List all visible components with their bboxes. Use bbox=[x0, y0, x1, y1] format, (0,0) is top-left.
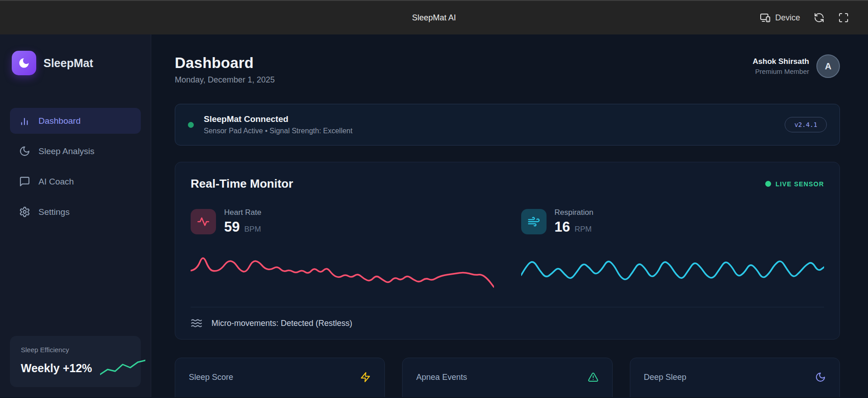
respiration-panel: Respiration 16 RPM bbox=[521, 208, 825, 297]
connection-subtitle: Sensor Pad Active • Signal Strength: Exc… bbox=[204, 127, 352, 135]
sidebar-nav: Dashboard Sleep Analysis AI Coach Se bbox=[10, 108, 141, 225]
sidebar-item-label: Dashboard bbox=[38, 116, 81, 126]
brand-logo bbox=[12, 51, 36, 75]
respiration-label: Respiration bbox=[555, 208, 594, 217]
page-title: Dashboard bbox=[175, 54, 275, 72]
zap-icon bbox=[360, 372, 371, 383]
chat-bubble-icon bbox=[19, 176, 30, 187]
moon-icon bbox=[18, 57, 30, 69]
monitor-title: Real-Time Monitor bbox=[191, 177, 293, 191]
fullscreen-icon[interactable] bbox=[838, 12, 849, 23]
live-sensor-badge: LIVE SENSOR bbox=[765, 180, 824, 188]
avatar-initial: A bbox=[825, 61, 831, 72]
sidebar-item-dashboard[interactable]: Dashboard bbox=[10, 108, 141, 134]
brand: SleepMat bbox=[10, 51, 141, 75]
page-header: Dashboard Monday, December 1, 2025 Ashok… bbox=[175, 54, 840, 85]
heart-rate-panel: Heart Rate 59 BPM bbox=[191, 208, 494, 297]
sidebar-item-sleep-analysis[interactable]: Sleep Analysis bbox=[10, 138, 141, 164]
sidebar: SleepMat Dashboard Sleep Analysis AI Coa… bbox=[0, 34, 151, 397]
version-badge: v2.4.1 bbox=[785, 117, 827, 132]
status-dot bbox=[188, 122, 194, 128]
sidebar-item-ai-coach[interactable]: AI Coach bbox=[10, 169, 141, 194]
user-box: Ashok Shirsath Premium Member A bbox=[753, 54, 840, 78]
avatar[interactable]: A bbox=[816, 54, 840, 78]
heart-rate-value: 59 bbox=[224, 219, 240, 235]
wind-icon bbox=[528, 215, 540, 228]
respiration-tile bbox=[521, 209, 547, 234]
sidebar-item-settings[interactable]: Settings bbox=[10, 199, 141, 225]
heart-rate-label: Heart Rate bbox=[224, 208, 261, 217]
respiration-waveform bbox=[521, 247, 825, 297]
heart-rate-unit: BPM bbox=[244, 225, 261, 234]
realtime-monitor-card: Real-Time Monitor LIVE SENSOR bbox=[175, 162, 840, 340]
connection-banner: SleepMat Connected Sensor Pad Active • S… bbox=[175, 104, 840, 146]
heart-rate-tile bbox=[191, 209, 216, 234]
alert-triangle-icon bbox=[588, 372, 599, 383]
sleep-score-label: Sleep Score bbox=[189, 373, 233, 382]
micro-movements-row: Micro-movements: Detected (Restless) bbox=[191, 307, 824, 329]
moon-icon bbox=[19, 146, 30, 157]
heart-rate-waveform bbox=[191, 247, 494, 297]
device-icon bbox=[760, 12, 771, 23]
bar-chart-icon bbox=[19, 115, 30, 126]
pulse-icon bbox=[197, 215, 210, 228]
sleep-efficiency-value: Weekly +12% bbox=[21, 362, 92, 375]
gear-icon bbox=[19, 206, 30, 218]
sleep-efficiency-label: Sleep Efficiency bbox=[21, 346, 130, 354]
efficiency-sparkline bbox=[100, 359, 145, 377]
connection-title: SleepMat Connected bbox=[204, 114, 352, 124]
deep-sleep-card[interactable]: Deep Sleep bbox=[630, 358, 840, 397]
refresh-icon[interactable] bbox=[814, 12, 825, 23]
sidebar-item-label: Sleep Analysis bbox=[38, 146, 95, 156]
sidebar-item-label: Settings bbox=[38, 207, 70, 217]
summary-cards: Sleep Score Apnea Events Deep Sle bbox=[175, 358, 840, 397]
waves-icon bbox=[191, 317, 202, 329]
sidebar-item-label: AI Coach bbox=[38, 177, 74, 187]
top-bar: SleepMat AI Device bbox=[0, 0, 868, 34]
page-date: Monday, December 1, 2025 bbox=[175, 75, 275, 85]
device-label: Device bbox=[775, 13, 800, 23]
brand-name: SleepMat bbox=[43, 57, 93, 70]
respiration-unit: RPM bbox=[575, 225, 592, 234]
main-content: Dashboard Monday, December 1, 2025 Ashok… bbox=[151, 34, 868, 397]
user-tier: Premium Member bbox=[753, 68, 809, 75]
user-name: Ashok Shirsath bbox=[753, 57, 809, 66]
deep-sleep-label: Deep Sleep bbox=[644, 373, 686, 382]
live-dot bbox=[765, 181, 771, 187]
device-button[interactable]: Device bbox=[760, 12, 800, 23]
apnea-events-label: Apnea Events bbox=[416, 373, 467, 382]
micro-movements-text: Micro-movements: Detected (Restless) bbox=[211, 319, 352, 328]
sleep-score-card[interactable]: Sleep Score bbox=[175, 358, 385, 397]
live-label: LIVE SENSOR bbox=[776, 180, 824, 188]
moon-icon bbox=[815, 372, 826, 383]
sleep-efficiency-widget: Sleep Efficiency Weekly +12% bbox=[10, 336, 141, 387]
apnea-events-card[interactable]: Apnea Events bbox=[402, 358, 612, 397]
respiration-value: 16 bbox=[555, 219, 570, 235]
app-title: SleepMat AI bbox=[0, 13, 868, 23]
